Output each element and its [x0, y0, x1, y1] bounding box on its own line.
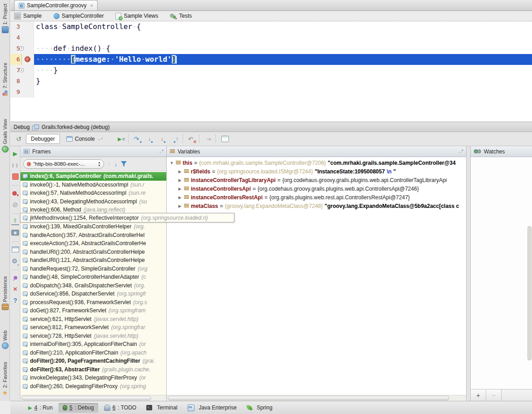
statusbar-java-enterprise[interactable]: Java Enterprise	[184, 403, 241, 413]
frame-row[interactable]: invokeDelegate():343, DelegatingFilterPr…	[20, 374, 166, 382]
tool-button-persistence[interactable]: Persistence	[0, 276, 10, 310]
expander-icon[interactable]: ▶	[178, 169, 182, 174]
code-line[interactable]: 9	[10, 87, 532, 98]
remove-watch-button[interactable]: −	[486, 389, 502, 401]
frame-row[interactable]: invoke():139, MixedGrailsControllerHelpe…	[20, 222, 166, 231]
breadcrumb-views[interactable]: Sample Views	[115, 13, 158, 20]
frame-row[interactable]: doFilter():260, DelegatingFilterProxy (o…	[20, 382, 166, 391]
expander-icon[interactable]: ▶	[178, 178, 182, 182]
frame-row[interactable]: handle():48, SimpleControllerHandlerAdap…	[20, 273, 166, 281]
breadcrumb-module[interactable]: Sample	[14, 13, 42, 20]
statusbar-todo[interactable]: 6 : TODO	[100, 403, 141, 413]
frame-row[interactable]: service():621, HttpServlet (javax.servle…	[20, 315, 166, 324]
separator[interactable]	[12, 182, 19, 186]
separator[interactable]	[183, 135, 185, 143]
tool-button-grails-view[interactable]: Grails View	[0, 119, 10, 153]
separator[interactable]	[12, 210, 19, 214]
r$fields[interactable]: ▶ r$fields = {org.springsource.loaded.IS…	[167, 167, 466, 176]
thread-dump-icon[interactable]	[10, 216, 20, 227]
scrollbar-thumb[interactable]	[21, 396, 151, 400]
frame-row[interactable]: doFilter():210, ApplicationFilterChain (…	[20, 349, 166, 357]
code-line[interactable]: 8}	[10, 76, 532, 87]
breakpoint-icon[interactable]: ✓	[25, 56, 30, 62]
code-line[interactable]: 3class·SampleController·{	[10, 21, 532, 32]
rerun-icon[interactable]: ↺	[13, 135, 24, 143]
step-over-icon[interactable]	[132, 134, 144, 144]
code-editor[interactable]: 3class·SampleController·{45▾····def·inde…	[10, 21, 532, 122]
code-line[interactable]: 6✓········[message:·'Hello·world']	[10, 54, 532, 65]
restore-layout-icon[interactable]	[10, 244, 20, 255]
frame-row[interactable]: service():728, HttpServlet (javax.servle…	[20, 332, 166, 340]
breadcrumb-tests[interactable]: Tests	[170, 13, 192, 19]
run-to-cursor-icon[interactable]	[203, 134, 214, 144]
pin-icon[interactable]	[10, 272, 20, 283]
tab-debugger[interactable]: Debugger	[26, 134, 60, 144]
frame-down-icon[interactable]: ↓	[114, 161, 118, 168]
watches-list[interactable]	[471, 157, 532, 389]
editor-tab[interactable]: C SampleController.groovy ×	[14, 0, 98, 10]
evaluate-expression-icon[interactable]	[219, 134, 231, 144]
frame-row[interactable]: doFilter():63, AbstractFilter (grails.pl…	[20, 365, 166, 374]
separator[interactable]	[199, 135, 202, 143]
tab-console[interactable]: Console →*	[62, 134, 108, 144]
separator[interactable]	[215, 135, 218, 143]
frame-row[interactable]: index():6, SampleController (com.mrhaki.…	[20, 172, 166, 181]
stop-icon[interactable]	[10, 171, 20, 182]
filter-frames-icon[interactable]	[121, 161, 127, 167]
expander-icon[interactable]: ▶	[178, 187, 182, 191]
frame-row[interactable]: handleAction():357, AbstractGrailsContro…	[20, 231, 166, 240]
thread-dropdown[interactable]: "http-bio-8080-exec-... ▲▼	[23, 159, 104, 169]
frame-row[interactable]: invoke0():-1, NativeMethodAccessorImpl (…	[20, 181, 166, 189]
tool-button-project[interactable]: 1: Project	[0, 4, 10, 33]
frame-up-icon[interactable]: ↑	[108, 161, 111, 168]
close-tab-icon[interactable]: ×	[90, 3, 93, 8]
drop-frame-icon[interactable]	[186, 134, 198, 144]
code-line[interactable]: 5▾····def·index()·{	[10, 43, 532, 54]
memory-snapshot-icon[interactable]	[10, 227, 20, 238]
separator[interactable]	[12, 266, 19, 270]
frame-row[interactable]: doService():856, DispatcherServlet (org.…	[20, 290, 166, 298]
settings-icon[interactable]	[10, 255, 20, 266]
frame-row[interactable]: executeAction():234, AbstractGrailsContr…	[20, 239, 166, 248]
instanceControllerTagLibraryApi[interactable]: ▶ instanceControllerTagLibraryApi = {org…	[167, 176, 466, 184]
frame-row[interactable]: doGet():827, FrameworkServlet (org.sprin…	[20, 306, 166, 315]
metaClass[interactable]: ▶ metaClass = {groovy.lang.ExpandoMetaCl…	[167, 202, 466, 210]
code-line[interactable]: 7▴····}	[10, 65, 532, 76]
statusbar-terminal[interactable]: Terminal	[142, 403, 181, 413]
show-execution-point-icon[interactable]	[115, 134, 127, 144]
close-icon[interactable]	[10, 283, 20, 295]
statusbar-run[interactable]: 4 : Run	[24, 403, 57, 413]
frame-row[interactable]: handleRequest():72, SimpleGrailsControll…	[20, 265, 166, 273]
hide-panel-icon[interactable]	[158, 149, 163, 154]
panel-splitter[interactable]	[467, 146, 470, 401]
separator[interactable]	[12, 238, 19, 242]
frame-row[interactable]: service():812, FrameworkServlet (org.spr…	[20, 323, 166, 332]
add-watch-button[interactable]: +	[471, 389, 486, 401]
help-icon[interactable]	[10, 295, 20, 306]
instanceControllersRestApi[interactable]: ▶ instanceControllersRestApi = {org.grai…	[167, 193, 466, 202]
expander-icon[interactable]: ▼	[169, 161, 174, 165]
force-step-into-icon[interactable]	[157, 134, 169, 144]
frame-row[interactable]: doDispatch():348, GrailsDispatcherServle…	[20, 281, 166, 290]
scrollbar-thumb[interactable]	[168, 396, 449, 400]
breadcrumb-controller[interactable]: SampleController	[54, 13, 104, 19]
hide-panel-icon[interactable]	[457, 149, 463, 154]
frame-row[interactable]: handleURI():121, AbstractGrailsControlle…	[20, 256, 166, 265]
frame-row[interactable]: invoke():57, NativeMethodAccessorImpl (s…	[20, 189, 166, 197]
fold-marker-icon[interactable]: ▾	[20, 46, 24, 50]
tool-button-structure[interactable]: 7: Structure	[0, 63, 10, 96]
fold-marker-icon[interactable]: ▴	[20, 68, 24, 72]
code-line[interactable]: 4	[10, 32, 532, 43]
separator[interactable]	[128, 135, 131, 143]
expander-icon[interactable]: ▶	[178, 195, 182, 200]
instanceControllersApi[interactable]: ▶ instanceControllersApi = {org.codehaus…	[167, 184, 466, 193]
tool-button-web[interactable]: Web	[0, 330, 10, 349]
frame-row[interactable]: processRequest():936, FrameworkServlet (…	[20, 298, 166, 307]
step-into-icon[interactable]	[144, 134, 156, 144]
frame-row[interactable]: invoke():43, DelegatingMethodAccessorImp…	[20, 197, 166, 206]
statusbar-debug[interactable]: 5 : Debug	[59, 403, 98, 413]
frame-row[interactable]: internalDoFilter():305, ApplicationFilte…	[20, 340, 166, 349]
tool-button-favorites[interactable]: 2: Favorites	[0, 362, 10, 396]
frame-row[interactable]: handleURI():200, AbstractGrailsControlle…	[20, 248, 166, 256]
view-breakpoints-icon[interactable]	[10, 187, 20, 199]
